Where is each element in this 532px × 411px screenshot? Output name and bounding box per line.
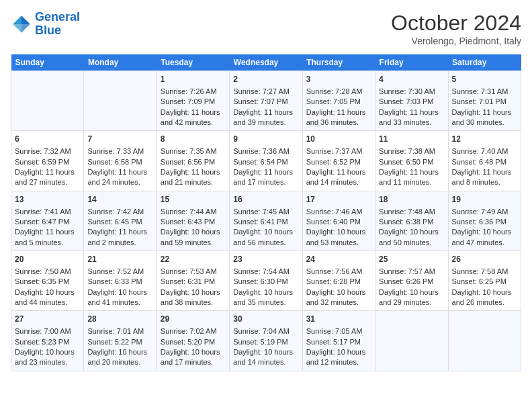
day-info: Sunrise: 7:49 AM — [452, 207, 517, 217]
day-info: Sunrise: 7:32 AM — [15, 146, 80, 156]
day-number: 20 — [15, 254, 80, 265]
day-info: Daylight: 10 hours and 12 minutes. — [306, 347, 371, 368]
day-info: Daylight: 10 hours and 56 minutes. — [233, 227, 298, 248]
day-number: 18 — [379, 194, 444, 205]
calendar-cell: 3Sunrise: 7:28 AMSunset: 7:05 PMDaylight… — [302, 71, 375, 131]
day-number: 6 — [15, 134, 80, 145]
day-info: Sunset: 6:54 PM — [233, 157, 298, 167]
weekday-header: Wednesday — [230, 54, 302, 71]
calendar-cell: 18Sunrise: 7:48 AMSunset: 6:38 PMDayligh… — [375, 191, 448, 250]
day-info: Daylight: 10 hours and 41 minutes. — [87, 287, 152, 308]
title-block: October 2024 Verolengo, Piedmont, Italy — [391, 11, 521, 46]
calendar-cell: 23Sunrise: 7:54 AMSunset: 6:30 PMDayligh… — [230, 251, 302, 311]
calendar-body: 1Sunrise: 7:26 AMSunset: 7:09 PMDaylight… — [11, 71, 521, 371]
day-info: Daylight: 11 hours and 30 minutes. — [452, 107, 517, 128]
day-info: Daylight: 11 hours and 42 minutes. — [161, 107, 226, 128]
day-number: 28 — [87, 314, 152, 325]
calendar-cell: 24Sunrise: 7:56 AMSunset: 6:28 PMDayligh… — [302, 251, 375, 311]
calendar-cell: 17Sunrise: 7:46 AMSunset: 6:40 PMDayligh… — [302, 191, 375, 250]
day-number: 3 — [306, 74, 371, 85]
day-info: Daylight: 10 hours and 38 minutes. — [161, 287, 226, 308]
day-info: Daylight: 11 hours and 14 minutes. — [306, 167, 371, 188]
day-info: Sunset: 7:09 PM — [161, 97, 226, 107]
day-info: Sunset: 6:48 PM — [452, 157, 517, 167]
calendar-cell: 13Sunrise: 7:41 AMSunset: 6:47 PMDayligh… — [11, 191, 84, 250]
day-info: Sunrise: 7:48 AM — [379, 207, 444, 217]
calendar-cell: 6Sunrise: 7:32 AMSunset: 6:59 PMDaylight… — [11, 131, 84, 191]
day-info: Sunrise: 7:04 AM — [233, 326, 298, 336]
calendar-week-row: 20Sunrise: 7:50 AMSunset: 6:35 PMDayligh… — [11, 251, 521, 311]
calendar-cell: 9Sunrise: 7:36 AMSunset: 6:54 PMDaylight… — [230, 131, 302, 191]
calendar-cell — [448, 311, 521, 371]
day-info: Daylight: 10 hours and 53 minutes. — [306, 227, 371, 248]
day-info: Sunset: 5:23 PM — [15, 337, 80, 347]
day-info: Sunset: 7:07 PM — [233, 97, 298, 107]
day-number: 27 — [15, 314, 80, 325]
day-info: Daylight: 11 hours and 24 minutes. — [87, 167, 152, 188]
day-info: Daylight: 11 hours and 2 minutes. — [87, 227, 152, 248]
weekday-header: Thursday — [302, 54, 375, 71]
day-number: 24 — [306, 254, 371, 265]
day-info: Daylight: 10 hours and 50 minutes. — [379, 227, 444, 248]
day-number: 13 — [15, 194, 80, 205]
calendar-cell: 19Sunrise: 7:49 AMSunset: 6:36 PMDayligh… — [448, 191, 521, 250]
calendar-cell: 11Sunrise: 7:38 AMSunset: 6:50 PMDayligh… — [375, 131, 448, 191]
day-number: 19 — [452, 194, 517, 205]
day-info: Sunrise: 7:40 AM — [452, 146, 517, 156]
day-info: Sunrise: 7:36 AM — [233, 146, 298, 156]
day-number: 25 — [379, 254, 444, 265]
day-info: Daylight: 10 hours and 17 minutes. — [161, 347, 226, 368]
day-info: Sunrise: 7:30 AM — [379, 87, 444, 97]
day-info: Sunrise: 7:44 AM — [161, 207, 226, 217]
day-info: Daylight: 10 hours and 23 minutes. — [15, 347, 80, 368]
day-info: Sunset: 6:38 PM — [379, 217, 444, 227]
day-info: Sunrise: 7:28 AM — [306, 87, 371, 97]
day-info: Sunrise: 7:02 AM — [161, 326, 226, 336]
day-info: Daylight: 11 hours and 21 minutes. — [161, 167, 226, 188]
day-number: 12 — [452, 134, 517, 145]
day-info: Sunset: 6:40 PM — [306, 217, 371, 227]
calendar-cell: 20Sunrise: 7:50 AMSunset: 6:35 PMDayligh… — [11, 251, 84, 311]
location: Verolengo, Piedmont, Italy — [391, 36, 521, 46]
day-info: Daylight: 11 hours and 39 minutes. — [233, 107, 298, 128]
calendar-cell: 8Sunrise: 7:35 AMSunset: 6:56 PMDaylight… — [157, 131, 229, 191]
day-info: Daylight: 10 hours and 14 minutes. — [233, 347, 298, 368]
calendar-cell: 4Sunrise: 7:30 AMSunset: 7:03 PMDaylight… — [375, 71, 448, 131]
day-number: 8 — [161, 134, 226, 145]
day-number: 26 — [452, 254, 517, 265]
calendar-cell: 2Sunrise: 7:27 AMSunset: 7:07 PMDaylight… — [230, 71, 302, 131]
day-info: Sunset: 5:22 PM — [87, 337, 152, 347]
svg-marker-1 — [13, 15, 21, 24]
day-info: Sunrise: 7:45 AM — [233, 207, 298, 217]
day-number: 16 — [233, 194, 298, 205]
day-info: Daylight: 11 hours and 17 minutes. — [233, 167, 298, 188]
day-info: Daylight: 10 hours and 29 minutes. — [379, 287, 444, 308]
weekday-header: Sunday — [11, 54, 84, 71]
day-number: 30 — [233, 314, 298, 325]
day-number: 21 — [87, 254, 152, 265]
day-info: Daylight: 11 hours and 8 minutes. — [452, 167, 517, 188]
calendar-week-row: 1Sunrise: 7:26 AMSunset: 7:09 PMDaylight… — [11, 71, 521, 131]
page-header: General Blue October 2024 Verolengo, Pie… — [11, 11, 521, 46]
calendar-cell: 12Sunrise: 7:40 AMSunset: 6:48 PMDayligh… — [448, 131, 521, 191]
day-info: Sunset: 6:31 PM — [161, 277, 226, 287]
calendar-week-row: 13Sunrise: 7:41 AMSunset: 6:47 PMDayligh… — [11, 191, 521, 250]
day-info: Sunset: 6:58 PM — [87, 157, 152, 167]
calendar-cell: 1Sunrise: 7:26 AMSunset: 7:09 PMDaylight… — [157, 71, 229, 131]
day-number: 15 — [161, 194, 226, 205]
weekday-header: Tuesday — [157, 54, 229, 71]
day-number: 9 — [233, 134, 298, 145]
day-info: Daylight: 11 hours and 11 minutes. — [379, 167, 444, 188]
day-info: Sunrise: 7:01 AM — [87, 326, 152, 336]
day-info: Sunrise: 7:41 AM — [15, 207, 80, 217]
svg-marker-0 — [21, 15, 30, 24]
day-info: Sunset: 7:01 PM — [452, 97, 517, 107]
calendar-cell: 7Sunrise: 7:33 AMSunset: 6:58 PMDaylight… — [84, 131, 157, 191]
day-info: Sunset: 6:56 PM — [161, 157, 226, 167]
calendar-cell: 15Sunrise: 7:44 AMSunset: 6:43 PMDayligh… — [157, 191, 229, 250]
day-info: Sunrise: 7:37 AM — [306, 146, 371, 156]
day-number: 11 — [379, 134, 444, 145]
calendar-cell: 5Sunrise: 7:31 AMSunset: 7:01 PMDaylight… — [448, 71, 521, 131]
day-info: Daylight: 10 hours and 32 minutes. — [306, 287, 371, 308]
day-info: Sunrise: 7:50 AM — [15, 267, 80, 277]
